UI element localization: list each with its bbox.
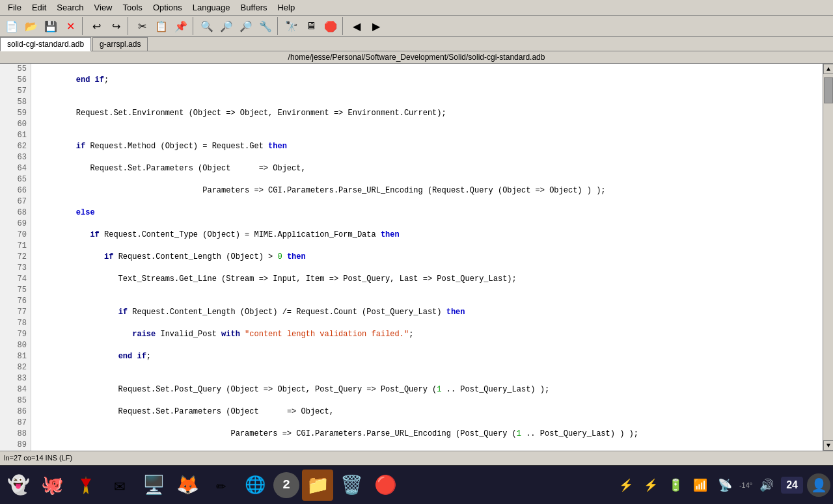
- menu-tools[interactable]: Tools: [118, 1, 148, 14]
- taskbar-icon-octocat[interactable]: 🐙: [36, 470, 68, 501]
- tools2-button[interactable]: 🔧: [256, 17, 275, 35]
- redo-button[interactable]: ↪: [107, 17, 125, 35]
- statusbar: ln=27 co=14 INS (LF): [0, 451, 833, 464]
- tab-garrspl[interactable]: g-arrspl.ads: [92, 37, 148, 51]
- paste-button[interactable]: 📌: [172, 17, 190, 35]
- scrollbar-down-button[interactable]: ▼: [823, 440, 833, 451]
- code-line-72: Request.Set.Parameters (Object => Object…: [34, 406, 820, 418]
- taskbar-signal: 📶: [690, 475, 711, 496]
- taskbar-icon-2[interactable]: 2: [273, 472, 299, 498]
- scrollbar-thumb[interactable]: [824, 77, 833, 103]
- taskbar-icon-globe[interactable]: 🌐: [239, 470, 271, 501]
- menubar: File Edit Search View Tools Options Lang…: [0, 0, 833, 16]
- taskbar-clock: 24: [781, 477, 803, 494]
- next-buffer-button[interactable]: ▶: [367, 17, 385, 35]
- code-line-61: Parameters => CGI.Parameters.Parse_URL_E…: [34, 185, 820, 196]
- code-container: 55 56 57 58 59 60 61 62 63 64 65 66 67 6…: [0, 64, 833, 451]
- taskbar: 👻 🐙 ✉️ 🖥️ 🦊 ✏️ 🌐 2 📁 🗑️ 🔴 ⚡ ⚡ 🔋 📶 📡 -14°…: [0, 465, 833, 504]
- tabs: solid-cgi-standard.adb g-arrspl.ads: [0, 37, 833, 51]
- code-content[interactable]: end if; Request.Set.Environment (Object …: [31, 64, 823, 451]
- toolbar-sep-5: [342, 17, 345, 35]
- menu-edit[interactable]: Edit: [27, 1, 51, 14]
- code-line-63: if Request.Content_Type (Object) = MIME.…: [34, 230, 820, 241]
- code-line-60: Request.Set.Parameters (Object => Object…: [34, 163, 820, 174]
- taskbar-icon-terminal[interactable]: 🖥️: [138, 470, 169, 501]
- taskbar-right: ⚡ ⚡ 🔋 📶 📡 -14° 🔊 24 👤: [616, 473, 830, 497]
- menu-language[interactable]: Language: [187, 1, 236, 14]
- code-line-71: Request.Set.Post_Query (Object => Object…: [34, 384, 820, 395]
- cut-button[interactable]: ✂: [133, 17, 151, 35]
- menu-view[interactable]: View: [89, 1, 118, 14]
- code-line-73: Parameters => CGI.Parameters.Parse_URL_E…: [34, 429, 820, 440]
- save-button[interactable]: 💾: [42, 17, 60, 35]
- toolbar-sep-1: [82, 17, 85, 35]
- code-line-59: if Request.Method (Object) = Request.Get…: [34, 141, 820, 152]
- clock-date: 24: [786, 479, 798, 491]
- taskbar-icon-folder[interactable]: 📁: [302, 470, 333, 501]
- prev-buffer-button[interactable]: ◀: [348, 17, 366, 35]
- menu-file[interactable]: File: [3, 1, 27, 14]
- taskbar-lightning2: ⚡: [640, 475, 661, 496]
- taskbar-icon-scissors[interactable]: [70, 470, 102, 501]
- menu-search[interactable]: Search: [51, 1, 89, 14]
- taskbar-icon-trash[interactable]: 🗑️: [336, 470, 367, 501]
- title-bar: /home/jesse/Personal/Software_Developmen…: [0, 51, 833, 64]
- taskbar-temp: -14°: [739, 481, 752, 489]
- toolbar-sep-2: [128, 17, 130, 35]
- status-text: ln=27 co=14 INS (LF): [4, 454, 72, 462]
- scrollbar-track: [823, 74, 833, 440]
- taskbar-icon-ubuntu[interactable]: 🔴: [370, 470, 401, 501]
- open-button[interactable]: 📂: [22, 17, 40, 35]
- terminal-button[interactable]: 🖥: [302, 17, 320, 35]
- code-line-65: Text_Streams.Get_Line (Stream => Input, …: [34, 274, 820, 285]
- code-line-57: Request.Set.Environment (Object => Objec…: [34, 108, 820, 119]
- find-button[interactable]: 🔍: [198, 17, 216, 35]
- taskbar-icon-ghost[interactable]: 👻: [3, 470, 34, 501]
- taskbar-icon-email[interactable]: ✉️: [104, 470, 135, 501]
- find-next-button[interactable]: 🔎: [237, 17, 255, 35]
- taskbar-user-icon[interactable]: 👤: [807, 473, 830, 497]
- menu-help[interactable]: Help: [272, 1, 300, 14]
- menu-buffers[interactable]: Buffers: [236, 1, 273, 14]
- menu-options[interactable]: Options: [148, 1, 187, 14]
- scrollbar-up-button[interactable]: ▲: [823, 64, 833, 74]
- taskbar-icon-pencil[interactable]: ✏️: [206, 470, 237, 501]
- taskbar-lightning1: ⚡: [616, 475, 636, 496]
- toolbar: 📄 📂 💾 ✕ ↩ ↪ ✂ 📋 📌 🔍 🔎 🔎 🔧 🔭 🖥 🛑 ◀ ▶: [0, 16, 833, 37]
- code-line-67: if Request.Content_Length (Object) /= Re…: [34, 307, 820, 318]
- code-line-62: else: [34, 207, 820, 219]
- stop-button[interactable]: 🛑: [321, 17, 340, 35]
- new-button[interactable]: 📄: [3, 17, 21, 35]
- undo-button[interactable]: ↩: [87, 17, 105, 35]
- find-prev-button[interactable]: 🔎: [217, 17, 236, 35]
- taskbar-battery: 🔋: [665, 475, 686, 496]
- code-line-64: if Request.Content_Length (Object) > 0 t…: [34, 252, 820, 263]
- taskbar-icon-firefox[interactable]: 🦊: [172, 470, 203, 501]
- svg-marker-1: [81, 479, 91, 488]
- line-numbers: 55 56 57 58 59 60 61 62 63 64 65 66 67 6…: [0, 64, 31, 451]
- scrollbar-vertical: ▲ ▼: [823, 64, 833, 451]
- copy-button[interactable]: 📋: [152, 17, 171, 35]
- binoculars-button[interactable]: 🔭: [282, 17, 301, 35]
- toolbar-sep-3: [193, 17, 195, 35]
- toolbar-sep-4: [277, 17, 280, 35]
- code-line-55: end if;: [34, 75, 820, 86]
- code-line-69: end if;: [34, 351, 820, 362]
- taskbar-wifi: 📡: [715, 475, 735, 496]
- close-button[interactable]: ✕: [61, 17, 79, 35]
- code-line-68: raise Invalid_Post with "content length …: [34, 329, 820, 340]
- tab-solid-cgi[interactable]: solid-cgi-standard.adb: [0, 37, 91, 51]
- taskbar-volume[interactable]: 🔊: [756, 475, 777, 496]
